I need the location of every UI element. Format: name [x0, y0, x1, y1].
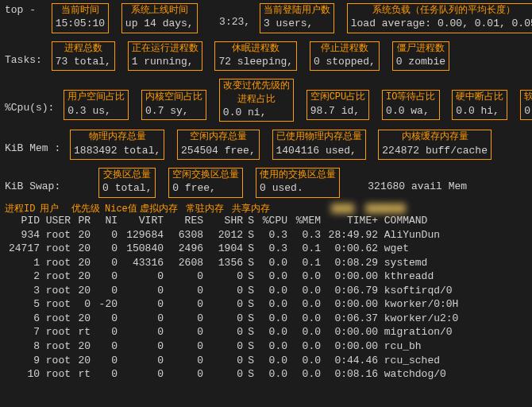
cell-cmd: systemd	[378, 256, 481, 270]
cell-time: 0:00.62	[321, 242, 378, 256]
tasks-prefix: Tasks:	[5, 41, 42, 68]
cell-cpu: 0.0	[254, 367, 287, 382]
box-cpu-id: 空闲CPU占比 98.7 id,	[306, 90, 370, 120]
box-tasks-stopped: 停止进程数 0 stopped,	[310, 41, 380, 72]
cell-time: 0:00.00	[321, 297, 378, 312]
val-tasks-stopped: 0 stopped,	[314, 56, 376, 68]
cell-cpu: 0.0	[254, 269, 287, 284]
table-row: 2 root20 0 0 0 0S 0.0 0.0 0:00.00 kthrea…	[5, 269, 527, 284]
cell-res: 0	[164, 284, 203, 298]
cell-ni: 0	[91, 228, 118, 242]
cell-ni: 0	[91, 367, 118, 382]
col-res: RES	[164, 214, 203, 228]
cell-cmd: ksoftirqd/0	[378, 284, 481, 298]
cell-cmd: rcu_bh	[378, 339, 481, 354]
cell-cmd: migration/0	[378, 325, 481, 339]
caption-tasks-stopped: 停止进程数	[314, 42, 376, 55]
cell-user: root	[40, 339, 71, 354]
caption-load: 系统负载（任务队列的平均长度）	[351, 4, 532, 17]
cell-res: 2496	[164, 242, 203, 256]
cell-cpu: 0.3	[254, 242, 287, 256]
box-swap-free: 空闲交换区总量 0 free,	[168, 168, 243, 198]
cell-virt: 43316	[118, 256, 164, 270]
cell-ni: 0	[91, 284, 118, 298]
box-cpu-us: 用户空间占比 0.3 us,	[64, 90, 129, 120]
box-cpu-wa: IO等待占比 0.0 wa,	[382, 90, 439, 120]
box-uptime: 系统上线时间 up 14 days,	[121, 3, 198, 33]
cell-s: S	[243, 269, 254, 284]
table-row: 7 rootrt 0 0 0 0S 0.0 0.0 0:00.00 migrat…	[5, 325, 527, 339]
swap-prefix: KiB Swap:	[5, 168, 60, 194]
val-tasks-running: 1 running,	[132, 56, 194, 68]
val-mem-cache: 224872 buff/cache	[382, 145, 488, 157]
box-tasks-total: 进程总数 73 total,	[52, 41, 115, 72]
val-swap-used: 0 used.	[260, 182, 303, 194]
col-user: USER	[40, 214, 71, 228]
cell-shr: 0	[203, 269, 243, 284]
cell-time: 0:44.46	[321, 354, 378, 368]
caption-tasks-running: 正在运行进程数	[132, 42, 199, 55]
cell-user: root	[40, 312, 71, 326]
caption-users: 当前登陆用户数	[264, 4, 330, 17]
cell-pr: 20	[71, 242, 91, 256]
cell-virt: 0	[118, 269, 164, 284]
cell-pr: 20	[71, 354, 91, 368]
cell-mem: 0.0	[287, 312, 321, 326]
cell-time: 0:00.00	[321, 325, 378, 339]
cell-res: 0	[164, 325, 203, 339]
cell-cpu: 0.0	[254, 339, 287, 354]
cell-user: root	[40, 367, 71, 382]
cell-shr: 0	[203, 297, 243, 312]
box-mem-total: 物理内存总量 1883492 total,	[70, 130, 164, 160]
cell-pr: 20	[71, 284, 91, 298]
cell-user: root	[40, 284, 71, 298]
table-row: 9 root20 0 0 0 0S 0.0 0.0 0:44.46 rcu_sc…	[5, 354, 527, 368]
caption-swap-total: 交换区总量	[102, 169, 152, 181]
cell-ni: 0	[91, 269, 118, 284]
caption-tasks-zombie: 僵尸进程数	[396, 42, 445, 55]
col-mem: %MEM	[287, 214, 321, 228]
cell-s: S	[243, 312, 254, 326]
cell-mem: 0.0	[287, 284, 321, 298]
cell-cpu: 0.0	[254, 312, 287, 326]
cell-cpu: 0.0	[254, 256, 287, 270]
cell-cmd: AliYunDun	[378, 228, 481, 242]
top-prefix: top -	[5, 3, 42, 17]
cell-pid: 24717	[5, 242, 40, 256]
cell-cpu: 0.0	[254, 325, 287, 339]
cell-virt: 0	[118, 325, 164, 339]
cell-pr: 20	[71, 269, 91, 284]
cell-s: S	[243, 284, 254, 298]
caption-tasks-sleeping: 休眠进程数	[218, 42, 293, 55]
val-users: 3 users,	[264, 17, 313, 29]
cell-s: S	[243, 256, 254, 270]
caption-cpu-id: 空闲CPU占比	[310, 91, 366, 103]
caption-cpu-us: 用户空间占比	[67, 91, 125, 103]
caption-cpu-si: 软中断占比	[524, 91, 532, 103]
cell-res: 0	[164, 297, 203, 312]
cell-mem: 0.1	[287, 256, 321, 270]
box-mem-free: 空闲内存总量 254504 free,	[177, 130, 260, 160]
cell-shr: 0	[203, 354, 243, 368]
table-row: 10 rootrt 0 0 0 0S 0.0 0.0 0:08.16 watch…	[5, 367, 527, 382]
box-tasks-sleeping: 休眠进程数 72 sleeping,	[214, 41, 297, 72]
cell-shr: 0	[203, 367, 243, 382]
val-cpu-wa: 0.0 wa,	[386, 105, 430, 117]
cell-virt: 0	[118, 339, 164, 354]
val-cpu-sy: 0.7 sy,	[145, 105, 189, 117]
cell-pr: 20	[71, 312, 91, 326]
cell-ni: -20	[91, 297, 118, 312]
cell-pr: rt	[71, 325, 91, 339]
box-swap-total: 交换区总量 0 total,	[98, 168, 156, 198]
process-table-body: 934 root20 0 129684 6308 2012S 0.3 0.3 2…	[5, 228, 527, 382]
cell-time: 0:08.16	[321, 367, 378, 382]
cell-ni: 0	[91, 256, 118, 270]
caption-tasks-total: 进程总数	[56, 42, 111, 55]
val-tasks-total: 73 total,	[56, 56, 111, 68]
col-pr: PR	[71, 214, 91, 228]
cell-shr: 1904	[203, 242, 243, 256]
val-uptime: up 14 days,	[125, 17, 194, 29]
cell-time: 0:06.37	[321, 312, 378, 326]
table-row: 8 root20 0 0 0 0S 0.0 0.0 0:00.00 rcu_bh	[5, 339, 527, 354]
cell-pid: 9	[5, 354, 40, 368]
